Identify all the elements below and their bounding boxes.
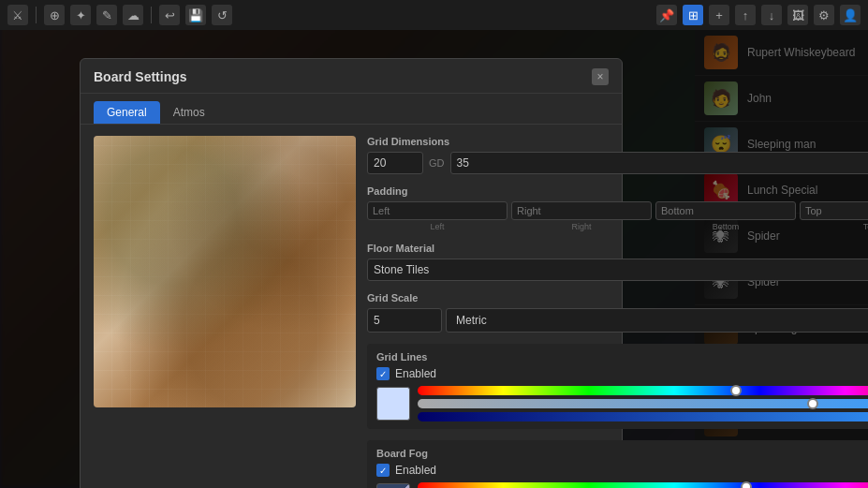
settings-icon[interactable]: ⚙ <box>814 5 834 25</box>
grid-lines-sliders <box>418 386 868 421</box>
draw-tool-icon[interactable]: ✎ <box>96 5 117 25</box>
grid-dimensions-section: Grid Dimensions GD <box>367 136 868 174</box>
dialog-title: Board Settings <box>94 69 187 84</box>
padding-label: Padding <box>367 185 868 197</box>
settings-panel: Grid Dimensions GD Padding Left <box>367 136 868 488</box>
select-tool-icon[interactable]: ⊕ <box>44 5 65 25</box>
modal-overlay: Board Settings × General Atmos Grid Dime… <box>0 30 868 488</box>
board-fog-hue-slider[interactable] <box>418 482 868 488</box>
pad-left-wrap: Left <box>367 201 508 231</box>
board-fog-hue-thumb <box>741 481 752 488</box>
pad-top-label: Top <box>800 222 868 231</box>
undo-icon[interactable]: ↩ <box>159 5 180 25</box>
grid-lines-hue-slider[interactable] <box>418 386 868 395</box>
tab-atmos[interactable]: Atmos <box>160 101 218 124</box>
grid-scale-section: Grid Scale Metric Imperial ▾ <box>367 292 868 333</box>
grid-scale-unit-select[interactable]: Metric Imperial <box>446 308 868 333</box>
grid-scale-input[interactable] <box>367 308 442 333</box>
board-fog-enabled-row: ✓ Enabled <box>376 464 868 477</box>
toolbar: ⚔ ⊕ ✦ ✎ ☁ ↩ 💾 ↺ 📌 ⊞ + ↑ ↓ 🖼 ⚙ 👤 <box>0 0 868 30</box>
fog-checkbox-checkmark: ✓ <box>379 466 387 476</box>
padding-bottom-input[interactable] <box>655 201 796 220</box>
grid-lines-sat-slider[interactable] <box>418 399 868 408</box>
grid-lines-color-row <box>376 386 868 421</box>
pad-top-wrap: Top <box>800 201 868 231</box>
grid-lines-label: Grid Lines <box>376 351 868 362</box>
account-icon[interactable]: 👤 <box>840 5 861 25</box>
grid-lines-checkbox[interactable]: ✓ <box>376 367 390 380</box>
grid-lines-enabled-label: Enabled <box>395 367 436 380</box>
close-button[interactable]: × <box>592 68 609 85</box>
grid-lines-color-swatch[interactable] <box>376 387 410 421</box>
board-fog-label: Board Fog <box>376 448 868 459</box>
logo-icon[interactable]: ⚔ <box>7 5 28 25</box>
floor-material-row: Stone Tiles Wood Planks Dirt Grass ▾ <box>367 259 868 281</box>
board-fog-sliders <box>418 482 868 488</box>
dialog-title-bar: Board Settings × <box>81 59 622 94</box>
padding-left-input[interactable] <box>367 201 508 220</box>
upload-icon[interactable]: ↑ <box>735 5 756 25</box>
map-rooms-overlay <box>94 136 356 407</box>
checkbox-checkmark: ✓ <box>379 369 387 379</box>
grid-separator: GD <box>429 157 445 169</box>
grid-lines-hue-thumb <box>730 385 742 396</box>
grid-dimensions-label: Grid Dimensions <box>367 136 868 147</box>
floor-material-select[interactable]: Stone Tiles Wood Planks Dirt Grass <box>367 259 868 281</box>
padding-section: Padding Left Right Bottom <box>367 185 868 231</box>
padding-right-input[interactable] <box>511 201 652 220</box>
redo-icon[interactable]: ↺ <box>212 5 232 25</box>
board-fog-enabled-label: Enabled <box>395 464 436 477</box>
toolbar-right: 📌 ⊞ + ↑ ↓ 🖼 ⚙ 👤 <box>656 5 861 25</box>
grid-lines-bright-slider[interactable] <box>418 412 868 421</box>
fog-tool-icon[interactable]: ☁ <box>123 5 143 25</box>
grid-lines-sat-thumb <box>807 398 818 409</box>
toolbar-separator-2 <box>151 7 152 23</box>
save-icon[interactable]: 💾 <box>185 5 206 25</box>
grid-width-input[interactable] <box>367 152 423 174</box>
dialog-body: Grid Dimensions GD Padding Left <box>81 125 622 488</box>
grid-dimensions-row: GD <box>367 152 868 174</box>
add-icon[interactable]: + <box>709 5 729 25</box>
padding-top-input[interactable] <box>800 201 868 220</box>
grid-icon[interactable]: ⊞ <box>683 5 703 25</box>
grid-height-input[interactable] <box>450 152 869 174</box>
pad-right-label: Right <box>511 222 652 231</box>
floor-material-section: Floor Material Stone Tiles Wood Planks D… <box>367 243 868 281</box>
board-fog-checkbox[interactable]: ✓ <box>376 464 390 477</box>
grid-scale-row: Metric Imperial ▾ <box>367 308 868 333</box>
grid-scale-label: Grid Scale <box>367 292 868 303</box>
dialog-tabs: General Atmos <box>81 94 622 125</box>
board-fog-color-row <box>376 482 868 488</box>
pad-right-wrap: Right <box>511 201 652 231</box>
padding-row: Left Right Bottom Top <box>367 201 868 231</box>
grid-lines-enabled-row: ✓ Enabled <box>376 367 868 380</box>
grid-lines-section: Grid Lines ✓ Enabled <box>367 344 868 429</box>
pan-tool-icon[interactable]: ✦ <box>70 5 91 25</box>
board-fog-color-swatch[interactable] <box>376 483 410 488</box>
download-icon[interactable]: ↓ <box>761 5 782 25</box>
tab-general[interactable]: General <box>94 101 160 124</box>
pad-left-label: Left <box>367 222 508 231</box>
image-icon[interactable]: 🖼 <box>787 5 808 25</box>
pin-icon[interactable]: 📌 <box>656 5 677 25</box>
board-fog-section: Board Fog ✓ Enabled <box>367 440 868 488</box>
floor-material-label: Floor Material <box>367 243 868 254</box>
pad-bottom-label: Bottom <box>655 222 796 231</box>
pad-bottom-wrap: Bottom <box>655 201 796 231</box>
board-settings-dialog: Board Settings × General Atmos Grid Dime… <box>80 58 623 488</box>
toolbar-separator-1 <box>36 7 37 23</box>
map-preview <box>94 136 356 407</box>
